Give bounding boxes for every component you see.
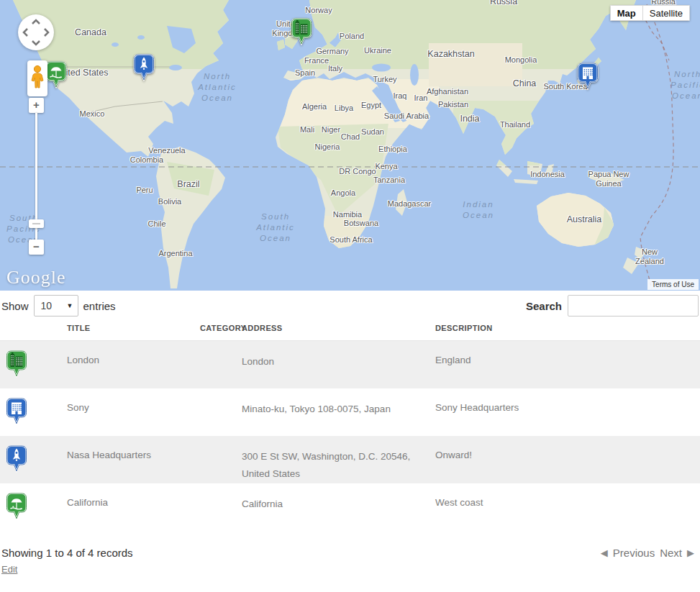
london-map-marker[interactable] bbox=[291, 17, 312, 47]
california-map-marker[interactable] bbox=[45, 60, 67, 91]
column-header-description[interactable]: DESCRIPTION bbox=[435, 324, 699, 332]
map-country-label: France bbox=[304, 56, 329, 65]
page-size-select[interactable]: 10 bbox=[34, 295, 78, 317]
row-address-cell: London bbox=[242, 341, 435, 388]
map-country-label: Poland bbox=[340, 32, 364, 41]
google-logo: Google bbox=[6, 267, 66, 288]
terms-of-use-link[interactable]: Terms of Use bbox=[647, 279, 699, 290]
sony-map-marker[interactable] bbox=[577, 62, 599, 92]
map-country-label: Brazil bbox=[177, 180, 199, 189]
map-country-label: Libya bbox=[335, 104, 353, 113]
map-country-label: Angola bbox=[331, 188, 355, 198]
map-country-label: Kenya bbox=[375, 162, 397, 171]
map-country-label: Saudi Arabia bbox=[384, 111, 429, 121]
map-country-label: Indonesia bbox=[530, 170, 565, 179]
map-country-label: Algeria bbox=[302, 102, 327, 111]
search-label: Search bbox=[526, 300, 562, 312]
pan-arrows-icon bbox=[18, 14, 54, 50]
next-arrow-icon[interactable]: ▶ bbox=[687, 547, 694, 558]
map-country-label: Turkey bbox=[373, 75, 396, 84]
beach-green-row-icon bbox=[1, 483, 67, 531]
edit-link[interactable]: Edit bbox=[1, 564, 17, 575]
map-ocean-label: Indian Ocean bbox=[463, 199, 494, 221]
row-category-cell bbox=[200, 436, 242, 483]
pegman-control[interactable] bbox=[27, 60, 47, 96]
map-country-label: Chad bbox=[341, 132, 360, 142]
map-country-label: Egypt bbox=[361, 101, 381, 110]
map-country-label: Mali bbox=[300, 125, 314, 135]
column-header-address[interactable]: ADDRESS bbox=[242, 324, 435, 332]
previous-button[interactable]: Previous bbox=[613, 547, 655, 559]
zoom-slider-handle[interactable] bbox=[29, 219, 44, 228]
map-country-label: Argentina bbox=[158, 249, 192, 258]
row-title-cell: Sony bbox=[67, 388, 200, 436]
map-country-label: Nigeria bbox=[315, 142, 340, 152]
header-icon-column bbox=[1, 324, 67, 332]
row-description-cell: West coast bbox=[435, 483, 699, 531]
map-country-label: Afghanistan bbox=[427, 87, 468, 96]
map-type-map-button[interactable]: Map bbox=[610, 5, 642, 21]
showing-records-text: Showing 1 to 4 of 4 records bbox=[1, 547, 133, 559]
table-row[interactable]: SonyMinato-ku, Tokyo 108-0075, JapanSony… bbox=[0, 388, 700, 436]
google-map[interactable]: CanadaUnited StatesMexicoVenezuelaColomb… bbox=[0, 0, 700, 291]
map-pan-control[interactable] bbox=[18, 14, 54, 50]
row-category-cell bbox=[200, 483, 242, 531]
map-country-label: Canada bbox=[75, 28, 106, 37]
table-footer: Showing 1 to 4 of 4 records ◀ Previous N… bbox=[0, 547, 700, 559]
map-country-label: Norway bbox=[305, 6, 332, 15]
map-country-label: Niger bbox=[322, 125, 340, 135]
map-ocean-label: South Atlantic Ocean bbox=[256, 211, 295, 244]
map-country-label: Peru bbox=[136, 186, 153, 195]
row-address-cell: 300 E St SW, Washington, D.C. 20546, Uni… bbox=[242, 436, 435, 483]
map-country-label: Australia bbox=[567, 215, 602, 224]
row-address-cell: California bbox=[242, 483, 435, 531]
map-country-label: Tanzania bbox=[373, 176, 405, 185]
map-country-label: Thailand bbox=[500, 120, 530, 129]
map-country-label: New Zealand bbox=[635, 247, 664, 266]
building-blue-row-icon bbox=[1, 388, 67, 436]
row-description-cell: England bbox=[435, 341, 699, 388]
map-country-label: Ethiopia bbox=[378, 145, 407, 154]
show-label: Show bbox=[1, 300, 29, 312]
column-header-title[interactable]: TITLE bbox=[67, 324, 200, 332]
city-green-row-icon bbox=[1, 341, 67, 388]
zoom-in-button[interactable]: + bbox=[29, 98, 44, 113]
map-country-label: Pakistan bbox=[438, 100, 468, 109]
table-row[interactable]: Nasa Headquarters300 E St SW, Washington… bbox=[0, 436, 700, 483]
map-country-label: Italy bbox=[328, 64, 342, 73]
row-category-cell bbox=[200, 341, 242, 388]
table-row[interactable]: CaliforniaCaliforniaWest coast bbox=[0, 483, 700, 531]
column-header-category[interactable]: CATEGORY bbox=[200, 324, 242, 332]
map-country-label: China bbox=[513, 79, 537, 88]
map-ocean-label: North Atlantic Ocean bbox=[198, 71, 237, 104]
map-country-label: Colombia bbox=[130, 155, 163, 165]
map-country-label: Ukraine bbox=[364, 46, 391, 55]
nasa-map-marker[interactable] bbox=[133, 53, 155, 83]
table-header-row: TITLECATEGORYADDRESSDESCRIPTION bbox=[0, 324, 700, 341]
map-country-label: Mexico bbox=[80, 109, 105, 119]
row-title-cell: California bbox=[67, 483, 200, 531]
map-country-label: India bbox=[460, 114, 479, 124]
map-country-label: Papua New Guinea bbox=[588, 170, 629, 188]
map-country-label: Madagascar bbox=[388, 199, 432, 209]
map-ocean-label: North Pacific Ocean bbox=[671, 69, 700, 101]
previous-arrow-icon[interactable]: ◀ bbox=[601, 547, 608, 558]
row-title-cell: London bbox=[67, 341, 200, 388]
map-type-switcher: Map Satellite bbox=[610, 5, 690, 21]
row-description-cell: Onward! bbox=[435, 436, 699, 483]
map-country-label: Iraq bbox=[394, 91, 407, 101]
map-country-label: Germany bbox=[316, 47, 348, 56]
map-country-label: Chile bbox=[147, 219, 165, 229]
map-country-label: Kazakhstan bbox=[427, 50, 474, 59]
search-input[interactable] bbox=[568, 295, 699, 317]
row-description-cell: Sony Headquarters bbox=[435, 388, 699, 436]
zoom-out-button[interactable]: − bbox=[29, 240, 44, 255]
map-type-satellite-button[interactable]: Satellite bbox=[642, 5, 690, 21]
map-country-label: Mongolia bbox=[505, 55, 537, 65]
row-address-cell: Minato-ku, Tokyo 108-0075, Japan bbox=[242, 388, 435, 436]
next-button[interactable]: Next bbox=[660, 547, 682, 559]
table-body: LondonLondonEngland SonyMinato-ku, Tokyo… bbox=[0, 341, 700, 531]
map-terrain bbox=[0, 0, 700, 291]
map-country-label: Venezuela bbox=[148, 146, 185, 155]
table-row[interactable]: LondonLondonEngland bbox=[0, 341, 700, 388]
